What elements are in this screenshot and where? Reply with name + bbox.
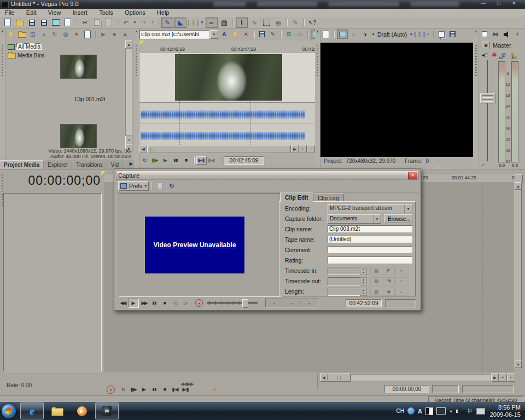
tape-name-input[interactable] <box>328 236 412 243</box>
zoom-in-icon[interactable]: + <box>499 374 507 382</box>
trimmer-scrollbar[interactable]: ◀ ❘❘ ▶ + − <box>139 145 315 153</box>
plugin-icon[interactable]: + <box>512 30 522 38</box>
shuttle-slider[interactable] <box>207 299 258 307</box>
play-icon[interactable]: ▶ <box>139 385 149 394</box>
project-properties-icon[interactable] <box>321 30 331 38</box>
lock-envelopes-icon[interactable]: ❘❘❘ <box>188 18 199 27</box>
open-in-editor-icon[interactable] <box>62 18 73 27</box>
preview-quality-select[interactable]: Draft (Auto) <box>377 31 407 38</box>
length-spinner[interactable] <box>328 288 360 296</box>
downmix-icon[interactable]: ⋈ <box>491 30 500 38</box>
transport-timecode[interactable]: 00:00:00;00 <box>384 385 429 393</box>
mark-in-icon[interactable]: ▶▮ <box>196 156 207 165</box>
ripple-dropdown-icon[interactable]: ▾ <box>200 18 205 27</box>
record-icon[interactable]: ● <box>107 386 115 394</box>
menu-help[interactable]: Help <box>152 9 174 16</box>
tree-item-media-bins[interactable]: Media Bins <box>8 51 55 60</box>
dim-output-icon[interactable] <box>501 30 511 38</box>
capture-folder-select[interactable]: Documents ▾ <box>328 214 381 224</box>
pause-icon[interactable]: ▮▮ <box>149 299 160 307</box>
save-snapshot-icon[interactable] <box>447 30 457 38</box>
scroll-left-icon[interactable]: ◀ <box>139 145 147 153</box>
log-in-point-icon[interactable]: ▦ <box>370 267 382 275</box>
split-screen-icon[interactable]: ◑ <box>360 30 370 38</box>
volume-icon[interactable] <box>456 410 464 413</box>
import-media-icon[interactable] <box>17 30 27 38</box>
trimmer-audio-tracks[interactable] <box>139 102 315 145</box>
media-search-icon[interactable]: ◎ <box>61 30 71 38</box>
capture-image-icon[interactable] <box>154 182 165 191</box>
auto-preview-icon[interactable]: ⚡ <box>230 30 240 38</box>
trimmer-ruler[interactable]: 00:42:45;29 00:42:47;29 00:42:49 <box>139 46 315 54</box>
clip-002-thumbnail[interactable] <box>60 124 97 148</box>
auto-preview-icon[interactable]: ⚡ <box>6 30 16 38</box>
network-icon[interactable] <box>476 408 485 415</box>
auto-ripple-icon[interactable]: ◣ <box>174 18 186 28</box>
deck-button[interactable]: ▾ <box>266 301 283 305</box>
deck-control-group[interactable]: ▾ ▾ ▾ <box>265 299 318 307</box>
loop-playback-icon[interactable]: ↻ <box>139 156 150 165</box>
marker-tool-button[interactable] <box>515 174 523 183</box>
close-icon[interactable]: ✕ <box>134 30 139 34</box>
prefs-button[interactable]: Prefs ▾ <box>118 181 149 191</box>
scroll-up-icon[interactable]: ▲ <box>125 40 132 48</box>
trimmer-timecode[interactable]: 00:42:45:09 <box>224 156 264 165</box>
close-icon[interactable]: ✕ <box>408 172 417 179</box>
tab-transitions[interactable]: Transitions <box>72 161 107 169</box>
taskbar-item-media-player[interactable]: ▶ <box>71 403 93 419</box>
close-icon[interactable]: ✕ <box>315 30 320 34</box>
play-icon[interactable]: ▶ <box>160 156 171 165</box>
menu-view[interactable]: View <box>43 9 66 16</box>
stop-icon[interactable]: ■ <box>160 299 170 307</box>
enable-snapping-icon[interactable]: ✎ <box>161 18 173 28</box>
timecode-in-spinner[interactable] <box>328 267 360 275</box>
refresh-icon[interactable]: ↻ <box>166 182 177 191</box>
shuttle-thumb[interactable] <box>242 299 248 308</box>
timeline-vscrollbar[interactable]: ▲ ▼ <box>515 182 522 372</box>
clip-name-input[interactable] <box>328 225 412 232</box>
overlays-icon[interactable]: ❚❚❚ <box>415 30 424 38</box>
lock-icon[interactable] <box>219 18 230 27</box>
play-icon[interactable]: ▶ <box>128 299 139 308</box>
undo-icon[interactable]: ↶ <box>120 18 131 27</box>
scroll-left-icon[interactable]: ◀ <box>320 374 328 382</box>
media-properties-icon[interactable] <box>83 30 92 38</box>
ime-language-label[interactable]: CH <box>396 408 404 414</box>
loop-playback-icon[interactable]: ↻ <box>118 385 129 394</box>
menu-tools[interactable]: Tools <box>94 9 118 16</box>
zoom-out-icon[interactable]: − <box>307 145 315 153</box>
grip-handle[interactable] <box>2 45 3 78</box>
close-button[interactable]: ✕ <box>508 1 521 8</box>
media-scrollbar[interactable]: ▲ ≡ ▼ <box>125 40 132 149</box>
extract-audio-icon[interactable]: ♪ <box>39 30 49 38</box>
fast-forward-icon[interactable]: ▶▶ <box>139 299 149 307</box>
whats-this-help-icon[interactable]: ↖? <box>307 18 318 27</box>
close-icon[interactable]: ✕ <box>0 30 5 34</box>
capture-clip-icon[interactable]: ↔ <box>395 288 407 296</box>
zoom-out-icon[interactable]: − <box>507 374 515 382</box>
deck-button[interactable]: ▾ <box>301 301 318 305</box>
pane-handle[interactable]: ✕ <box>134 28 139 170</box>
browse-button[interactable]: Browse... <box>384 214 412 223</box>
menu-file[interactable]: File <box>0 9 20 16</box>
track-header-panel[interactable] <box>3 193 102 371</box>
maximize-button[interactable]: □ <box>492 1 505 8</box>
action-center-flag-icon[interactable]: ⚐ <box>467 407 473 415</box>
grip-handle[interactable] <box>317 45 318 78</box>
tab-clip-edit[interactable]: Clip Edit <box>280 192 313 202</box>
views-icon[interactable]: ≡ <box>120 30 130 38</box>
scroll-thumb[interactable]: ≡ <box>125 136 132 144</box>
stop-icon[interactable]: ■ <box>160 385 170 394</box>
scroll-thumb[interactable]: ❘❘ <box>147 145 291 153</box>
grip-handle[interactable] <box>475 45 477 78</box>
paste-icon[interactable] <box>103 18 114 27</box>
log-length-icon[interactable]: ▦ <box>370 288 382 296</box>
preview-screen[interactable] <box>320 43 473 157</box>
trimmer-video-track[interactable] <box>139 53 315 102</box>
clip-001-label[interactable]: Clip 001.m2t <box>55 96 125 102</box>
taskbar-item-internet-explorer[interactable]: e <box>20 402 44 419</box>
interactive-tutorials-icon[interactable]: ✎ <box>290 18 301 27</box>
seek-out-icon[interactable]: » <box>395 277 407 285</box>
render-as-icon[interactable] <box>50 18 61 27</box>
play-from-start-icon[interactable]: ▮▶ <box>129 385 139 394</box>
